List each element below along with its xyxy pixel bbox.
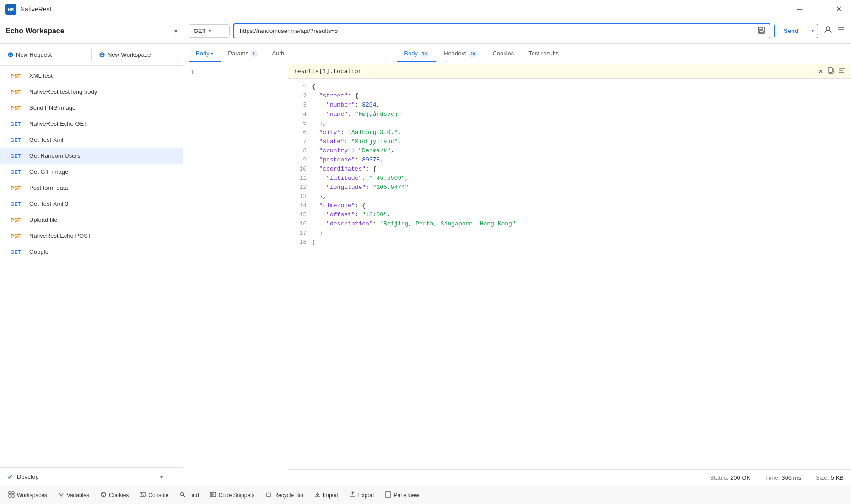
json-viewer: 1{2 "street": {3 "number": 8204,4 "name"…	[288, 79, 851, 469]
line-content: "longitude": "105.0474"	[312, 183, 409, 192]
workspaces-icon	[8, 491, 15, 499]
develop-chevron-icon[interactable]: ▾	[160, 474, 163, 480]
url-input[interactable]	[233, 23, 770, 38]
method-badge: PST	[7, 233, 24, 239]
bottom-bar-button-cookies[interactable]: Cookies	[96, 489, 133, 501]
response-tab-cookies[interactable]: Cookies	[485, 45, 521, 62]
method-badge: GET	[7, 169, 24, 175]
filter-format-button[interactable]	[838, 67, 846, 75]
bottom-bar-button-import[interactable]: Import	[310, 489, 343, 501]
list-item[interactable]: PSTPost form data	[0, 180, 183, 196]
request-name: Get Test Xml	[29, 136, 63, 143]
variables-icon	[58, 491, 65, 499]
toolbar-icons	[824, 25, 846, 37]
method-select[interactable]: GET ▾	[189, 24, 230, 38]
line-number: 10	[292, 165, 307, 174]
response-tab-test-results[interactable]: Test results	[521, 45, 566, 62]
status-label: Status:	[710, 474, 728, 481]
new-workspace-button[interactable]: ⊕ New Workspace	[92, 44, 183, 65]
method-badge: GET	[7, 153, 24, 159]
svg-point-23	[180, 492, 184, 496]
bottom-bar-button-find[interactable]: Find	[175, 489, 203, 501]
new-request-button[interactable]: ⊕ New Request	[0, 44, 91, 65]
list-item[interactable]: PSTNativeRest Echo POST	[0, 228, 183, 244]
menu-icon[interactable]	[836, 25, 846, 37]
filter-copy-button[interactable]	[827, 67, 835, 75]
response-tab-body[interactable]: Body18	[397, 45, 436, 62]
bottom-bar-label: Console	[148, 492, 168, 499]
status-value: 200 OK	[730, 474, 750, 481]
response-tab-headers[interactable]: Headers15	[436, 45, 485, 62]
send-button[interactable]: Send	[775, 24, 808, 38]
close-button[interactable]: ✕	[832, 3, 846, 15]
method-badge: GET	[7, 249, 24, 255]
list-item[interactable]: GETGet Random Users	[0, 148, 183, 164]
list-item[interactable]: PSTXML test	[0, 68, 183, 84]
request-pane: 1	[183, 64, 288, 486]
line-content: "postcode": 89378,	[312, 155, 383, 165]
json-line: 4 "name": "Højgårdsvej"	[288, 110, 851, 119]
minimize-button[interactable]: ─	[793, 3, 806, 15]
line-number: 15	[292, 210, 307, 220]
bottom-bar-button-console[interactable]: Console	[135, 489, 173, 501]
bottom-bar-button-code-snippets[interactable]: Code Snippets	[205, 489, 259, 501]
line-content: "timezone": {	[312, 201, 366, 210]
json-line: 12 "longitude": "105.0474"	[288, 183, 851, 192]
workspace-header[interactable]: Echo Workspace ▾	[0, 18, 183, 44]
bottom-bar-label: Variables	[67, 492, 89, 499]
method-badge: GET	[7, 121, 24, 127]
plus-icon-2: ⊕	[99, 50, 105, 59]
json-line: 6 "city": "Aalborg S.Ø.",	[288, 128, 851, 137]
maximize-button[interactable]: □	[813, 3, 825, 15]
send-dropdown-button[interactable]: ▾	[808, 25, 818, 37]
title-bar-controls: ─ □ ✕	[793, 3, 846, 15]
workspace-chevron-icon: ▾	[174, 28, 177, 34]
method-value: GET	[194, 27, 206, 34]
cookies-icon	[100, 491, 107, 499]
app-icon: NR	[5, 4, 16, 15]
code-snippets-icon	[210, 491, 216, 499]
tab-badge: 1	[250, 51, 258, 57]
tab-params[interactable]: Params1	[221, 45, 264, 62]
recycle-bin-icon	[265, 491, 272, 499]
filter-close-button[interactable]: ✕	[818, 67, 824, 75]
list-item[interactable]: PSTSend PNG image	[0, 100, 183, 116]
bottom-bar-button-pane-view[interactable]: Pane view	[380, 489, 423, 501]
user-icon[interactable]	[824, 25, 833, 37]
svg-rect-2	[759, 27, 762, 30]
url-save-button[interactable]	[754, 24, 769, 38]
line-content: },	[312, 192, 326, 201]
line-number: 8	[292, 146, 307, 155]
json-line: 14 "timezone": {	[288, 201, 851, 210]
bottom-bar-button-recycle-bin[interactable]: Recycle Bin	[261, 489, 307, 501]
line-content: {	[312, 82, 316, 91]
svg-point-18	[101, 492, 106, 497]
bottom-bar-button-export[interactable]: Export	[345, 489, 379, 501]
list-item[interactable]: GETGet GIF image	[0, 164, 183, 180]
bottom-bar-button-workspaces[interactable]: Workspaces	[4, 489, 52, 501]
list-item[interactable]: PSTNativeRest test long body	[0, 84, 183, 100]
export-icon	[350, 491, 356, 499]
list-item[interactable]: GETGoogle	[0, 244, 183, 260]
svg-point-20	[103, 495, 104, 496]
list-item[interactable]: GETGet Test Xml 3	[0, 196, 183, 212]
method-badge: PST	[7, 217, 24, 223]
find-icon	[179, 491, 186, 499]
bottom-bar-label: Recycle Bin	[274, 492, 303, 499]
json-line: 10 "coordinates": {	[288, 165, 851, 174]
tab-auth[interactable]: Auth	[265, 45, 292, 62]
filter-input[interactable]	[294, 68, 818, 75]
line-numbers: 1	[183, 64, 288, 81]
request-name: NativeRest test long body	[29, 88, 97, 95]
bottom-bar-button-variables[interactable]: Variables	[54, 489, 94, 501]
tab-body[interactable]: Body ▾	[189, 45, 221, 62]
list-item[interactable]: GETNativeRest Echo GET	[0, 116, 183, 132]
json-line: 13 },	[288, 192, 851, 201]
list-item[interactable]: PSTUpload file	[0, 212, 183, 228]
svg-line-24	[183, 495, 185, 497]
list-item[interactable]: GETGet Test Xml	[0, 132, 183, 148]
line-content: },	[312, 119, 326, 128]
method-badge: PST	[7, 73, 24, 79]
filter-bar: ✕	[288, 64, 851, 79]
develop-more-icon[interactable]: ···	[167, 473, 175, 481]
